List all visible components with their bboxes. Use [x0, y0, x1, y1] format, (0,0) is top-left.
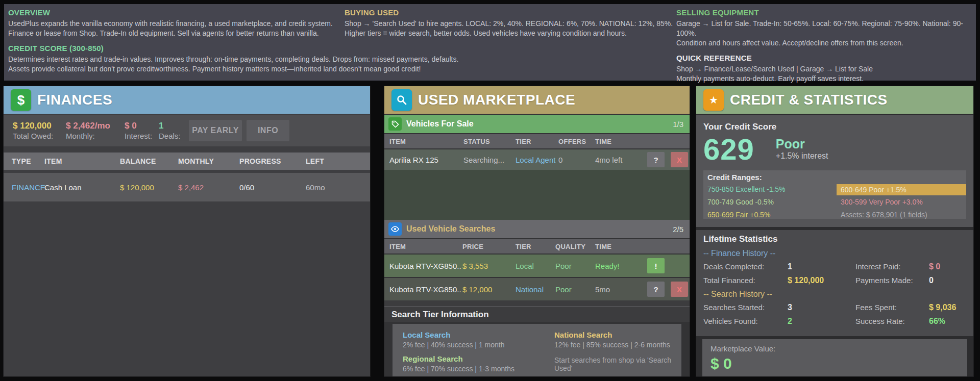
info-button[interactable]: INFO	[247, 120, 289, 141]
vehicles-table-header: ITEM STATUS TIER OFFERS TIME	[384, 134, 690, 148]
help-section-selling-equipment: SELLING EQUIPMENT Garage → List for Sale…	[676, 8, 976, 48]
credit-rating: Poor	[776, 137, 828, 150]
range-good: 700-749 Good -0.5%	[707, 196, 786, 209]
monthly-value: $ 2,462/mo	[66, 121, 125, 131]
regional-search-name: Regional Search	[403, 354, 554, 363]
help-title-buying-used: BUYING USED	[345, 8, 673, 17]
row-progress: 0/60	[239, 183, 306, 192]
total-financed-value: $ 120,000	[788, 276, 855, 285]
row-item: Cash Loan	[44, 183, 120, 192]
dollar-icon: $	[11, 89, 31, 111]
marketplace-value-box: Marketplace Value: $ 0	[702, 339, 967, 377]
credit-ranges-label: Credit Ranges:	[707, 173, 966, 182]
finance-table-row[interactable]: FINANCE Cash Loan $ 120,000 $ 2,462 0/60…	[4, 173, 370, 201]
cancel-button[interactable]: X	[671, 152, 688, 167]
credit-score-row: 629 Poor +1.5% interest	[703, 133, 966, 166]
col-header-offers: OFFERS	[558, 138, 595, 145]
national-search-desc: 12% fee | 85% success | 2-6 months	[554, 341, 681, 349]
cancel-button[interactable]: X	[671, 282, 688, 297]
help-text: Shop → Finance/Lease/Search Used | Garag…	[676, 64, 976, 74]
help-button[interactable]: ?	[647, 282, 665, 297]
pay-early-button[interactable]: PAY EARLY	[189, 120, 242, 141]
searches-empty-area	[384, 300, 690, 307]
search-row-pending[interactable]: Kubota RTV-XG850.. $ 12,000 National Poo…	[384, 278, 690, 300]
row-type: FINANCE	[12, 183, 44, 192]
deals-completed-label: Deals Completed:	[703, 262, 788, 271]
claim-button[interactable]: !	[647, 258, 665, 273]
col-header-status: STATUS	[463, 138, 516, 145]
help-button[interactable]: ?	[647, 152, 665, 167]
monthly-label: Monthly:	[66, 131, 125, 141]
vehicles-for-sale-count: 1/3	[673, 120, 683, 129]
help-title-selling-equipment: SELLING EQUIPMENT	[676, 8, 976, 17]
vehicles-empty-area	[384, 170, 690, 220]
lifetime-statistics-title: Lifetime Statistics	[703, 234, 966, 244]
col-header-tier: TIER	[516, 243, 555, 250]
assets-value: Assets: $ 678,901 (1 fields)	[837, 209, 966, 221]
search-row-ready[interactable]: Kubota RTV-XG850.. $ 3,553 Local Poor Re…	[384, 255, 690, 277]
marketplace-panel: USED MARKETPLACE Vehicles For Sale 1/3 I…	[384, 86, 690, 377]
finances-header: $ FINANCES	[4, 86, 370, 114]
col-header-balance: BALANCE	[120, 157, 178, 165]
success-rate-value: 66%	[929, 317, 966, 326]
col-header-item: ITEM	[44, 157, 120, 165]
row-quality: Poor	[555, 285, 595, 294]
local-search-desc: 2% fee | 40% success | 1 month	[403, 341, 554, 349]
credit-score-label: Your Credit Score	[703, 122, 966, 132]
help-text: Higher tiers = wider search, better odds…	[345, 29, 673, 38]
credit-panel: ★ CREDIT & STATISTICS Your Credit Score …	[696, 86, 974, 377]
help-section-buying-used: BUYING USED Shop → 'Search Used' to hire…	[345, 8, 673, 38]
help-text: Determines interest rates and trade-in v…	[8, 55, 458, 64]
col-header-tier: TIER	[516, 138, 558, 145]
tier-info-right-column: National Search 12% fee | 85% success | …	[554, 331, 681, 377]
usedplus-screen: OVERVIEW UsedPlus expands the vanilla ec…	[0, 0, 980, 381]
interest-label: Interest:	[125, 131, 159, 141]
marketplace-header: USED MARKETPLACE	[384, 86, 690, 114]
credit-score-block: Your Credit Score 629 Poor +1.5% interes…	[696, 115, 973, 227]
help-text: Monthly payments auto-deduct. Early payo…	[676, 74, 976, 84]
national-search-name: National Search	[554, 331, 681, 339]
deals-label: Deals:	[159, 131, 189, 141]
vehicles-found-value: 2	[788, 317, 855, 326]
tier-info-note: Start searches from shop via 'Search Use…	[554, 356, 681, 372]
range-excellent: 750-850 Excellent -1.5%	[707, 183, 786, 196]
used-searches-count: 2/5	[673, 225, 683, 234]
row-price: $ 3,553	[462, 262, 516, 270]
row-item: Kubota RTV-XG850..	[389, 262, 462, 270]
fees-spent-value: $ 9,036	[929, 303, 966, 312]
finances-title: FINANCES	[37, 92, 112, 108]
stat-total-owed: $ 120,000 Total Owed:	[13, 121, 66, 141]
stat-interest: $ 0 Interest:	[125, 121, 159, 141]
success-rate-label: Success Rate:	[855, 317, 929, 326]
finances-summary-bar: $ 120,000 Total Owed: $ 2,462/mo Monthly…	[4, 115, 370, 146]
help-title-quick-reference: QUICK REFERENCE	[676, 54, 976, 62]
row-monthly: $ 2,462	[178, 183, 239, 192]
total-owed-value: $ 120,000	[13, 121, 66, 131]
help-bar: OVERVIEW UsedPlus expands the vanilla ec…	[4, 4, 976, 81]
finance-history-label: -- Finance History --	[703, 249, 966, 258]
payments-made-value: 0	[929, 276, 966, 285]
row-left: 60mo	[306, 183, 370, 192]
magnifier-icon	[391, 89, 412, 111]
vehicle-sale-row[interactable]: Aprilia RX 125 Searching... Local Agent …	[384, 149, 690, 170]
interest-paid-label: Interest Paid:	[855, 262, 929, 271]
marketplace-value-amount: $ 0	[710, 355, 959, 372]
range-very-poor: 300-599 Very Poor +3.0%	[837, 196, 966, 209]
row-time: 4mo left	[595, 156, 647, 164]
finances-panel: $ FINANCES $ 120,000 Total Owed: $ 2,462…	[3, 86, 371, 377]
row-status: Searching...	[463, 156, 516, 164]
search-history-grid: Searches Started: 3 Fees Spent: $ 9,036 …	[703, 303, 966, 326]
tier-info-title: Search Tier Information	[384, 307, 690, 322]
marketplace-title: USED MARKETPLACE	[418, 92, 575, 108]
col-header-price: PRICE	[462, 243, 516, 250]
deals-value: 1	[159, 121, 189, 131]
regional-search-desc: 6% fee | 70% success | 1-3 months	[403, 365, 554, 373]
credit-title: CREDIT & STATISTICS	[730, 92, 888, 108]
col-header-quality: QUALITY	[555, 243, 595, 250]
col-header-item: ITEM	[389, 243, 462, 250]
row-balance: $ 120,000	[120, 183, 178, 192]
interest-value: $ 0	[125, 121, 159, 131]
col-header-monthly: MONTHLY	[178, 157, 239, 165]
total-financed-label: Total Financed:	[703, 276, 788, 285]
row-item: Aprilia RX 125	[389, 156, 463, 164]
